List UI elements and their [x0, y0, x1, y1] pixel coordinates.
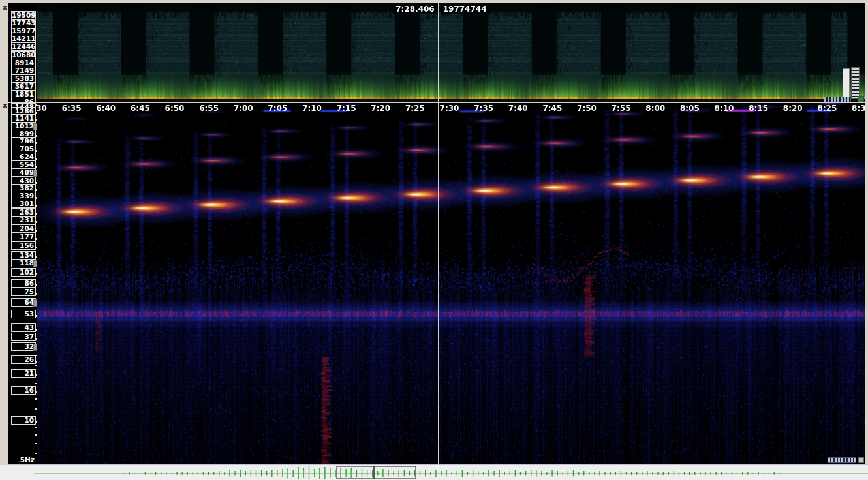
time-label: 7:05	[268, 104, 287, 113]
freq-marker-handle[interactable]	[33, 260, 37, 267]
view-window-box-left[interactable]	[337, 466, 374, 479]
spectrogram-bottom-canvas[interactable]	[37, 103, 865, 464]
waveform-svg[interactable]	[0, 465, 868, 480]
freq-label: 231	[11, 216, 36, 224]
time-label: 8:20	[783, 104, 803, 113]
waveform-overview[interactable]	[0, 464, 868, 480]
freq-label: 489	[11, 168, 36, 177]
zoom-scroll-widget-top[interactable]	[833, 67, 864, 102]
left-gutter: x x	[0, 0, 8, 465]
cursor-tick	[438, 465, 439, 468]
freq-tick	[35, 315, 37, 317]
freq-label: 102	[11, 268, 36, 277]
freq-tick	[35, 238, 37, 240]
freq-marker-handle[interactable]	[33, 123, 37, 130]
freq-tick	[35, 284, 37, 286]
freq-marker-handle[interactable]	[33, 299, 37, 307]
freq-label: 43	[11, 323, 36, 332]
freq-label: 5383	[11, 74, 36, 83]
playback-cursor-top[interactable]	[438, 3, 439, 102]
spectrogram-panel-bottom[interactable]: 6:306:356:406:456:506:557:007:057:107:15…	[37, 103, 865, 464]
freq-label: 10	[11, 416, 36, 425]
cursor-sample-value: 19774744	[441, 5, 489, 14]
freq-tick	[35, 213, 37, 215]
freq-marker-handle[interactable]	[33, 344, 37, 351]
spectrogram-top-canvas[interactable]	[37, 3, 865, 102]
freq-tick	[35, 374, 37, 376]
horizontal-scroll-segments[interactable]	[824, 97, 851, 102]
time-label: 8:05	[680, 104, 700, 113]
freq-tick	[35, 256, 37, 258]
freq-tick	[35, 221, 37, 223]
time-label: 8:00	[645, 104, 665, 113]
freq-tick	[35, 230, 37, 232]
freq-tick	[35, 182, 37, 184]
freq-label: 118	[11, 259, 36, 267]
freq-label: 263	[11, 208, 36, 217]
time-label: 8:30	[852, 104, 865, 113]
freq-label: 53	[11, 310, 36, 318]
time-label: 6:55	[199, 104, 219, 113]
zoom-scroll-widget-bottom[interactable]	[826, 457, 864, 464]
time-label: 7:10	[302, 104, 322, 113]
freq-label: 19509	[11, 11, 36, 20]
vertical-scroll-segments[interactable]	[851, 67, 860, 99]
time-label: 6:30	[37, 104, 47, 113]
frequency-scale-bottom[interactable]: 1448128611411012899796705624554489430382…	[8, 103, 37, 464]
freq-minor-tick	[35, 453, 37, 454]
freq-label: 14211	[11, 35, 36, 43]
freq-label: 5Hz	[11, 456, 36, 464]
time-label: 8:10	[715, 104, 734, 113]
freq-tick	[35, 150, 37, 152]
freq-label: 156	[11, 241, 36, 250]
time-label: 7:30	[440, 104, 459, 113]
time-label: 7:55	[612, 104, 631, 113]
corner-indicator[interactable]	[858, 96, 864, 102]
freq-label: 64	[11, 298, 36, 307]
freq-tick	[35, 421, 37, 423]
freq-label: 37	[11, 333, 36, 341]
time-label: 7:15	[337, 104, 356, 113]
freq-tick	[35, 197, 37, 199]
freq-tick	[35, 189, 37, 191]
close-bottom-panel-button[interactable]: x	[1, 102, 8, 109]
waveform-spikes	[124, 466, 779, 479]
freq-label: 26	[11, 355, 36, 364]
freq-tick	[35, 142, 37, 144]
freq-tick	[35, 391, 37, 393]
freq-tick	[35, 112, 37, 114]
scroll-handle-square[interactable]	[858, 457, 864, 463]
freq-label: 10680	[11, 51, 36, 59]
time-label: 8:25	[817, 104, 837, 113]
freq-label: 17743	[11, 19, 36, 27]
time-label: 6:40	[96, 104, 116, 113]
freq-minor-tick	[35, 427, 37, 428]
freq-label: 177	[11, 233, 36, 241]
freq-label: 86	[11, 98, 36, 102]
cursor-time-value: 7:28.406	[394, 5, 436, 14]
time-label: 7:20	[371, 104, 390, 113]
spectrogram-panel-top[interactable]: 7:28.406 19774744	[37, 3, 865, 102]
window-top-edge	[0, 0, 868, 3]
time-label: 7:00	[234, 104, 253, 113]
close-top-panel-button[interactable]: x	[1, 4, 8, 11]
freq-label: 86	[11, 279, 36, 288]
time-label: 7:40	[508, 104, 528, 113]
horizontal-scroll-segments[interactable]	[828, 457, 856, 463]
freq-label: 75	[11, 288, 36, 296]
vertical-zoom-bar[interactable]	[843, 68, 850, 98]
freq-label: 134	[11, 251, 36, 260]
freq-tick	[35, 104, 37, 106]
freq-minor-tick	[35, 434, 37, 436]
time-label: 7:50	[577, 104, 597, 113]
freq-label: 21	[11, 369, 36, 378]
playback-cursor-bottom[interactable]	[438, 103, 439, 464]
time-label: 6:45	[131, 104, 150, 113]
freq-minor-tick	[35, 355, 37, 356]
freq-label: 15977	[11, 27, 36, 35]
frequency-scale-top[interactable]: 1950917743159771421112446106808914714953…	[8, 3, 37, 102]
freq-minor-tick	[35, 398, 37, 400]
freq-tick	[35, 293, 37, 295]
freq-label: 8914	[11, 59, 36, 67]
freq-marker-handle[interactable]	[33, 170, 37, 177]
